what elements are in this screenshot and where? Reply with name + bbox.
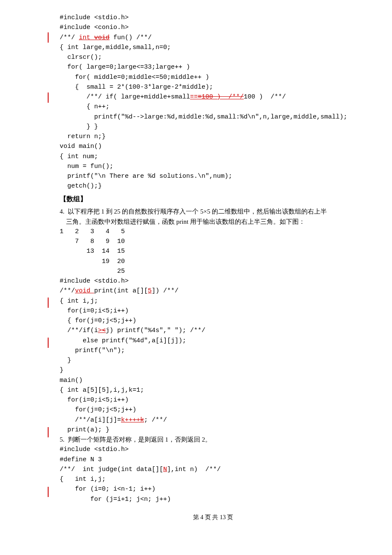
revision-bar [48,92,49,103]
code-line: clrscr(); [60,52,366,62]
code-line: { small = 2*(100-3*large-2*middle); [60,82,366,92]
text: /**/ [60,34,79,41]
correction-text: void [75,287,94,295]
code-line: } [60,356,366,365]
triangle-row: 19 20 [60,257,366,266]
code-line: main() [60,376,366,385]
page-footer: 第 4 页 共 13 页 [60,513,366,522]
text: /**/if(i [60,327,98,334]
code-line: printf("\n There are %d solutions.\n",nu… [60,171,366,181]
text: j) printf("%4s"," "); /**/ [106,327,205,334]
code-line: { int i,j; [60,474,366,484]
code-line: for (i=0; i<n-1; i++) [60,484,366,494]
code-line: for( middle=0;middle<=50;middle++ ) [60,72,366,82]
code-line: num = fun(); [60,162,366,171]
text: /**/ int judge(int data[][ [60,466,163,473]
correction-text: > [98,327,102,334]
document-page: #include <stdio.h> #include <conio.h> /*… [0,0,392,535]
code-line: printf("%d-->large:%d,middle:%d,small:%d… [60,112,366,122]
code-line: for(i=0;i<5;i++) [60,395,366,405]
code-line: /**/a[i][j]=k++++k; /**/ [60,415,366,425]
code-line: else printf("%4d",a[i][j]); [60,336,366,346]
code-line: { int large,middle,small,n=0; [60,43,366,52]
text: ]) /**/ [152,287,179,295]
code-line: /**/ if( large+middle+small===100 ) /**/… [60,92,366,102]
problem-text: 5. 判断一个矩阵是否对称，是则返回 1，否则返回 2。 [60,435,366,445]
revision-bar [48,32,49,43]
code-line: { int a[5][5],i,j,k=1; [60,385,366,395]
code-line: #define N 3 [60,455,366,465]
code-line: #include <stdio.h> [60,276,366,286]
triangle-row: 7 8 9 10 [60,237,366,246]
problem-text: 三角。主函数中对数组进行赋值，函数 print 用于输出该数组的右上半三角。如下… [60,217,366,227]
code-line: /**/if(i><j) printf("%4s"," "); /**/ [60,326,366,335]
code-line: { n++; [60,102,366,112]
code-line: { int num; [60,152,366,162]
code-line: return n;} [60,132,366,142]
text: fun() /**/ [110,34,152,41]
strike-text: =100 ) /**/ [198,93,244,101]
code-line: for (j=i+1; j<n; j++) [60,494,366,504]
code-line: for( large=0;large<=33;large++ ) [60,62,366,72]
text: print(int a[][ [94,287,148,295]
code-line: /**/ int judge(int data[][N],int n) /**/ [60,465,366,474]
code-line: #include <stdio.h> [60,445,366,454]
strike-text: ++k [133,416,144,424]
code-line: /**/ int void fun() /**/ [60,33,366,43]
code-line: } } [60,122,366,132]
text: ; /**/ [144,416,167,424]
code-line: /**/void print(int a[][5]) /**/ [60,286,366,296]
text: 100 ) /**/ [244,93,286,101]
correction-text: N [163,466,167,473]
code-line: { for(j=0;j<5;j++) [60,316,366,326]
problem-text: 4. 以下程序把 1 到 25 的自然数按行顺序存入一个 5×5 的二维数组中，… [60,207,366,217]
text: ],int n) /**/ [167,466,221,473]
correction-text: == [190,93,198,101]
code-line: getch();} [60,181,366,191]
code-line: #include <stdio.h> [60,13,366,23]
correction-text: int [79,34,94,41]
code-line: #include <conio.h> [60,23,366,32]
triangle-row: 25 [60,266,366,276]
code-line: { int i,j; [60,296,366,306]
strike-text: void [94,34,110,41]
text: /**/ [60,287,75,295]
text: /**/a[i][j]= [60,416,121,424]
revision-bar [48,298,49,308]
revision-bar [48,427,49,437]
code-line: for(j=0;j<5;j++) [60,405,366,415]
triangle-row: 13 14 15 [60,246,366,256]
code-line: print(a); } [60,425,366,435]
text: /**/ if( large+middle+small [60,93,190,101]
content-area: #include <stdio.h> #include <conio.h> /*… [60,13,366,522]
revision-bar [48,487,49,497]
code-line: for(i=0;i<5;i++) [60,306,366,316]
section-heading: 【数组】 [60,194,366,205]
code-line: printf("\n"); [60,346,366,356]
revision-bar [48,338,49,348]
triangle-row: 1 2 3 4 5 [60,227,366,237]
strike-text: < [102,327,106,334]
code-line: } [60,365,366,375]
correction-text: 5 [148,287,152,295]
correction-text: k++ [121,416,133,424]
code-line: void main() [60,142,366,151]
